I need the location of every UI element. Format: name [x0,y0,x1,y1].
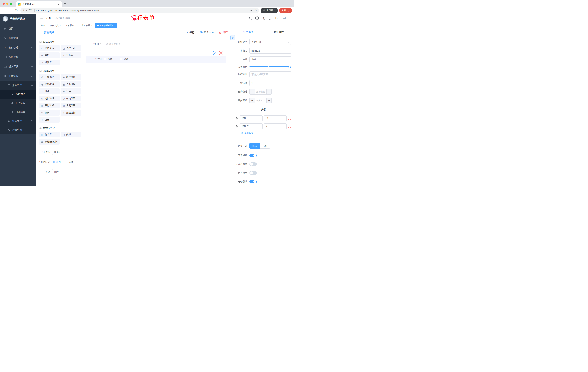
clear-button[interactable]: 清空 [219,31,228,34]
decrement-button[interactable]: − [250,89,255,95]
field-name-input[interactable] [249,48,291,53]
browser-tab[interactable]: 芋道管理系统 × [16,1,62,7]
security-label[interactable]: 不安全 [26,9,33,12]
palette-item-table[interactable]: ▦表格[开发中] [39,139,60,145]
increment-button[interactable]: + [266,89,272,95]
option-value-input[interactable] [264,123,287,129]
field-gender-selected[interactable]: 性别 选项一 选项二 [85,56,226,63]
sidebar-item-process-management[interactable]: 流程管理 [0,81,36,90]
palette-item-row-container[interactable]: ◫行容器 [39,132,60,138]
palette-item-time-picker[interactable]: ◷时间选择 [39,96,60,101]
help-icon[interactable] [262,17,265,20]
radio-off[interactable]: 关闭 [65,160,74,164]
bookmark-star-icon[interactable]: ☆ [254,9,257,12]
drag-handle-icon[interactable] [235,117,238,120]
sidebar-item-payment[interactable]: ¥ 支付管理 [0,43,36,53]
breadcrumb-home[interactable]: 首页 [46,17,51,20]
sidebar-item-infrastructure[interactable]: 基础设施 [0,53,36,62]
required-switch[interactable] [249,180,257,183]
palette-item-single-text[interactable]: ▭单行文本 [39,45,60,51]
palette-item-radio-group[interactable]: ◉单选框组 [39,81,60,87]
tab-component-props[interactable]: 组件属性 [233,29,263,36]
option-label-input[interactable] [240,123,262,129]
delete-component-button[interactable] [219,51,223,55]
fullscreen-icon[interactable] [268,17,272,20]
save-button[interactable]: ✓ 保存 [186,31,195,34]
tag-process-definition[interactable]: 流程定义 × [48,23,63,28]
palette-item-checkbox-group[interactable]: ▣多选框组 [61,81,81,87]
tab-form-props[interactable]: 表单属性 [263,29,294,36]
option-label-input[interactable] [240,115,262,121]
sidebar-item-devtools[interactable]: 研发工具 [0,62,36,71]
remove-option-button[interactable]: − [288,117,291,120]
link-icon[interactable] [230,35,235,40]
sidebar-item-workflow[interactable]: 工作流程 [0,71,36,81]
checkbox-option-1[interactable]: 选项一 [104,57,115,61]
browser-update-button[interactable]: 更新 ⋮ [279,8,292,13]
tag-process-model[interactable]: 流程模型 × [64,23,79,28]
phone-input[interactable] [104,41,226,47]
style-button-button[interactable]: 按钮 [260,143,270,149]
zoom-window-button[interactable] [10,2,12,5]
slider-handle[interactable] [288,65,291,68]
style-default-button[interactable]: 默认 [249,143,260,149]
component-type-select[interactable] [249,39,291,45]
palette-item-color-picker[interactable]: ◑颜色选择 [61,110,81,116]
forward-button[interactable]: → [8,8,13,13]
component-type-value[interactable] [249,39,291,45]
address-bar[interactable]: ⚠ 不安全 dashboard.yudao.iocoder.cn/bpm/man… [20,8,259,13]
show-label-switch[interactable] [249,154,257,157]
form-canvas[interactable]: 手机号 性别 [83,36,232,186]
max-select-value[interactable]: 最多可选 [255,98,266,103]
default-value-input[interactable] [249,80,291,86]
with-border-switch[interactable] [249,162,257,166]
palette-item-cascader[interactable]: ◈级联选择 [61,74,81,80]
checkbox-option-2[interactable]: 选项二 [120,57,131,61]
disabled-switch[interactable] [249,171,257,175]
minimize-window-button[interactable] [6,2,8,5]
palette-item-textarea[interactable]: ▤多行文本 [61,45,81,51]
close-window-button[interactable] [2,2,5,5]
title-input[interactable] [249,56,291,62]
tag-home[interactable]: 首页 [39,23,47,28]
radio-on[interactable]: 开启 [52,160,61,164]
tab-close-icon[interactable]: × [57,2,60,6]
remove-option-button[interactable]: − [288,125,291,128]
reload-button[interactable]: ↻ [14,8,19,13]
palette-item-slider[interactable]: ⊟滑块 [61,88,81,94]
palette-item-upload[interactable]: ↑上传 [39,117,60,123]
tag-process-form[interactable]: 流程表单 × [80,23,94,28]
copy-component-button[interactable] [213,51,217,55]
remark-textarea[interactable]: 嘿嘿 [52,169,80,180]
sidebar-item-system[interactable]: 系统管理 [0,33,36,43]
field-phone[interactable]: 手机号 [85,41,226,47]
sidebar-fold-icon[interactable] [40,17,43,20]
sidebar-item-home[interactable]: 首页 [0,24,36,33]
font-size-icon[interactable] [275,17,278,20]
option-value-input[interactable] [264,115,287,121]
palette-item-editor[interactable]: ✎编辑器 [39,60,60,65]
palette-item-button[interactable]: ▢按钮 [61,132,81,138]
palette-item-date-picker[interactable]: ▦日期选择 [39,103,60,108]
sidebar-item-user-group[interactable]: 用户分组 [0,99,36,107]
browser-menu-icon[interactable]: ⋮ [287,9,290,12]
palette-item-rate[interactable]: ☆评分 [39,110,60,116]
add-option-button[interactable]: + 添加选项 [240,131,291,135]
decrement-button[interactable]: − [250,98,255,103]
increment-button[interactable]: + [266,98,272,103]
min-select-value[interactable]: 至少应选 [255,89,266,95]
palette-item-counter[interactable]: 123计数器 [61,53,81,58]
github-icon[interactable] [255,16,259,20]
sidebar-item-leave-query[interactable]: 请假查询 [0,125,36,134]
label-width-input[interactable] [249,71,291,77]
tag-close-icon[interactable]: × [60,24,61,27]
tag-close-icon[interactable]: × [75,24,77,27]
drag-handle-icon[interactable] [235,125,238,128]
palette-item-password[interactable]: ⊗密码 [39,53,60,58]
palette-item-time-range[interactable]: ◶时间范围 [61,96,81,101]
sidebar-item-task-management[interactable]: 任务管理 [0,117,36,125]
tag-process-form-edit[interactable]: 流程表单-编辑 × [95,23,117,28]
grid-slider[interactable] [249,66,290,67]
user-avatar[interactable] [281,15,287,21]
palette-item-select[interactable]: ◎下拉选择 [39,74,60,80]
